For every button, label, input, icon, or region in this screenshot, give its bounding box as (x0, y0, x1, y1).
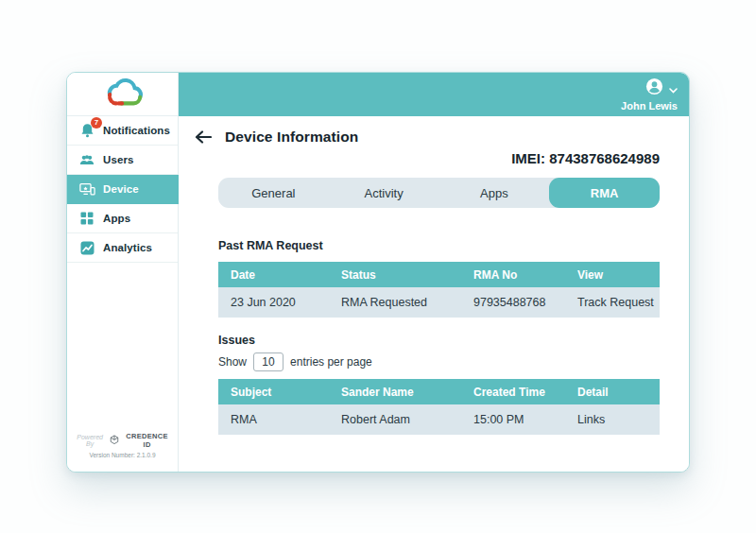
sidebar-item-label: Apps (103, 213, 130, 224)
column-header-subject: Subject (218, 386, 329, 399)
entries-suffix-label: entries per page (290, 355, 372, 369)
device-info-panel: Device Information IMEI: 87438768624989 … (179, 116, 690, 472)
notification-count-badge: 7 (91, 117, 102, 129)
track-request-link[interactable]: Track Request (565, 296, 660, 309)
column-header-sender-name: Sander Name (329, 386, 461, 399)
column-header-view: View (565, 268, 660, 282)
tab-apps[interactable]: Apps (439, 178, 550, 208)
apps-grid-icon (78, 210, 95, 227)
links-link[interactable]: Links (565, 413, 660, 426)
imei-value: IMEI: 87438768624989 (195, 150, 660, 166)
page-background: 7 Notifications Users (0, 0, 756, 533)
sidebar-item-users[interactable]: Users (67, 146, 178, 175)
sidebar-footer: Powered By Credence ID Version Number: 2… (67, 432, 178, 472)
user-name: John Lewis (621, 100, 678, 112)
version-number: Version Number: 2.1.0.9 (73, 452, 172, 458)
cell-created-time: 15:00 PM (461, 413, 565, 426)
chevron-down-icon (669, 80, 678, 97)
column-header-date: Date (218, 268, 329, 282)
cell-rma-no: 97935488768 (461, 296, 565, 309)
bell-icon: 7 (78, 122, 95, 139)
tab-rma[interactable]: RMA (549, 178, 660, 208)
tab-bar: General Activity Apps RMA (218, 178, 660, 208)
users-icon (78, 151, 95, 168)
cell-date: 23 Jun 2020 (218, 296, 329, 309)
sidebar-item-device[interactable]: Device (67, 175, 179, 204)
app-logo[interactable] (67, 73, 178, 116)
user-menu[interactable]: John Lewis (621, 77, 678, 112)
past-rma-table: Date Status RMA No View 23 Jun 2020 RMA … (218, 262, 660, 318)
cell-sender-name: Robert Adam (329, 413, 461, 426)
cloud-logo-icon (98, 76, 147, 113)
sidebar-item-apps[interactable]: Apps (67, 204, 178, 233)
table-header-row: Date Status RMA No View (218, 262, 660, 287)
tab-general[interactable]: General (218, 178, 329, 208)
device-icon (78, 181, 95, 198)
sidebar: 7 Notifications Users (67, 73, 179, 472)
user-avatar-icon (645, 77, 663, 99)
sidebar-item-label: Analytics (103, 242, 152, 253)
back-arrow-icon[interactable] (195, 129, 214, 145)
sidebar-item-label: Users (103, 154, 133, 165)
issues-heading: Issues (218, 334, 660, 347)
analytics-icon (78, 239, 95, 256)
credence-id-logo-icon (110, 432, 119, 449)
table-header-row: Subject Sander Name Created Time Detail (218, 379, 660, 404)
sidebar-item-label: Notifications (103, 125, 170, 136)
page-title: Device Information (225, 129, 358, 146)
powered-by-label: Powered By (73, 434, 107, 447)
cell-status: RMA Requested (329, 296, 461, 309)
past-rma-heading: Past RMA Request (218, 239, 660, 252)
tab-activity[interactable]: Activity (329, 178, 439, 208)
main-area: John Lewis Device Information IMEI: 8743… (179, 73, 690, 472)
sidebar-item-label: Device (103, 183, 139, 195)
column-header-rma-no: RMA No (461, 268, 565, 282)
table-row: RMA Robert Adam 15:00 PM Links (218, 404, 660, 435)
app-window: 7 Notifications Users (66, 72, 690, 473)
entries-per-page-control: Show entries per page (218, 352, 660, 371)
sidebar-item-notifications[interactable]: 7 Notifications (67, 116, 178, 146)
brand-name: Credence ID (122, 432, 172, 449)
table-row: 23 Jun 2020 RMA Requested 97935488768 Tr… (218, 287, 660, 318)
column-header-created-time: Created Time (461, 386, 565, 399)
column-header-status: Status (329, 268, 461, 282)
column-header-detail: Detail (565, 386, 660, 399)
issues-table: Subject Sander Name Created Time Detail … (218, 379, 660, 435)
entries-per-page-input[interactable] (253, 352, 284, 371)
top-header-bar: John Lewis (179, 73, 690, 116)
sidebar-item-analytics[interactable]: Analytics (67, 233, 178, 263)
sidebar-nav: 7 Notifications Users (67, 116, 178, 263)
show-label: Show (218, 355, 247, 369)
cell-subject: RMA (218, 413, 329, 426)
